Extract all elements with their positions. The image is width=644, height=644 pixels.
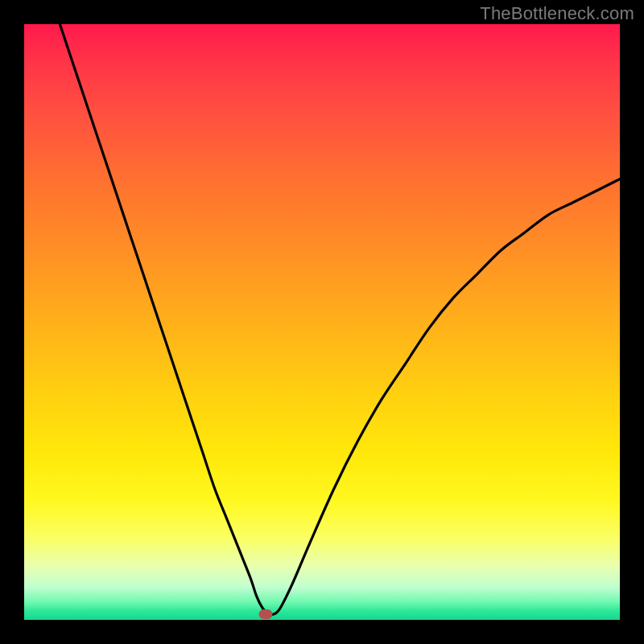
watermark-text: TheBottleneck.com xyxy=(480,3,634,24)
minimum-marker xyxy=(258,609,272,619)
bottleneck-curve xyxy=(24,24,620,620)
chart-frame: TheBottleneck.com xyxy=(0,0,644,644)
plot-area xyxy=(24,24,620,620)
